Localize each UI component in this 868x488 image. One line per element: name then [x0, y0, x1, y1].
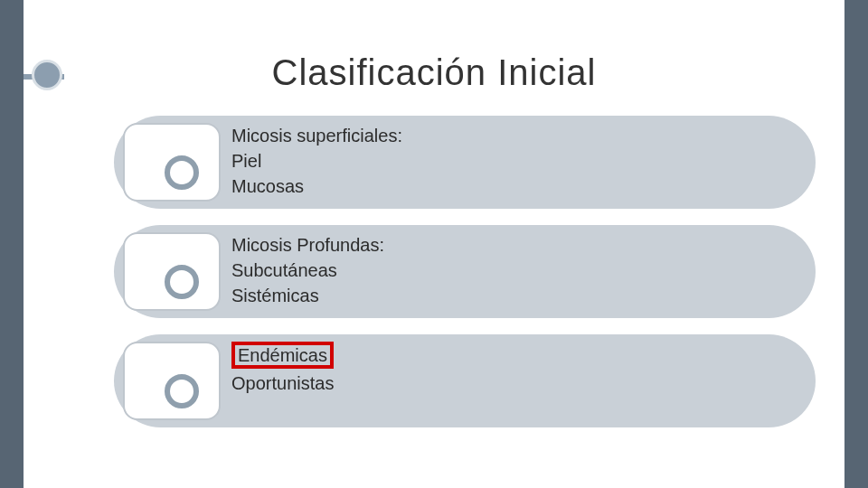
text-line: Subcutáneas: [231, 258, 384, 283]
text-line: Piel: [231, 148, 402, 174]
content-list: Micosis superficiales: Piel Mucosas Mico…: [114, 116, 816, 444]
item-icon-box: [123, 342, 221, 420]
slide-title: Clasificación Inicial: [24, 52, 844, 93]
text-line: Sistémicas: [231, 283, 384, 308]
circle-icon: [165, 265, 199, 299]
slide: Clasificación Inicial Micosis superficia…: [24, 0, 844, 488]
item-icon-box: [123, 232, 221, 311]
circle-icon: [165, 374, 199, 408]
text-line: Micosis Profundas:: [231, 232, 384, 258]
text-line: Endémicas: [231, 342, 334, 371]
list-item: Micosis superficiales: Piel Mucosas: [114, 116, 816, 209]
text-line: Mucosas: [231, 174, 402, 199]
circle-icon: [165, 155, 199, 190]
item-icon-box: [123, 123, 221, 202]
item-text: Micosis superficiales: Piel Mucosas: [231, 123, 402, 199]
item-text: Endémicas Oportunistas: [231, 342, 334, 396]
list-item: Micosis Profundas: Subcutáneas Sistémica…: [114, 225, 816, 318]
highlight-box: Endémicas: [231, 342, 334, 369]
text-line: Micosis superficiales:: [231, 123, 402, 148]
list-item: Endémicas Oportunistas: [114, 334, 816, 427]
text-line: Oportunistas: [231, 371, 334, 396]
item-text: Micosis Profundas: Subcutáneas Sistémica…: [231, 232, 384, 308]
